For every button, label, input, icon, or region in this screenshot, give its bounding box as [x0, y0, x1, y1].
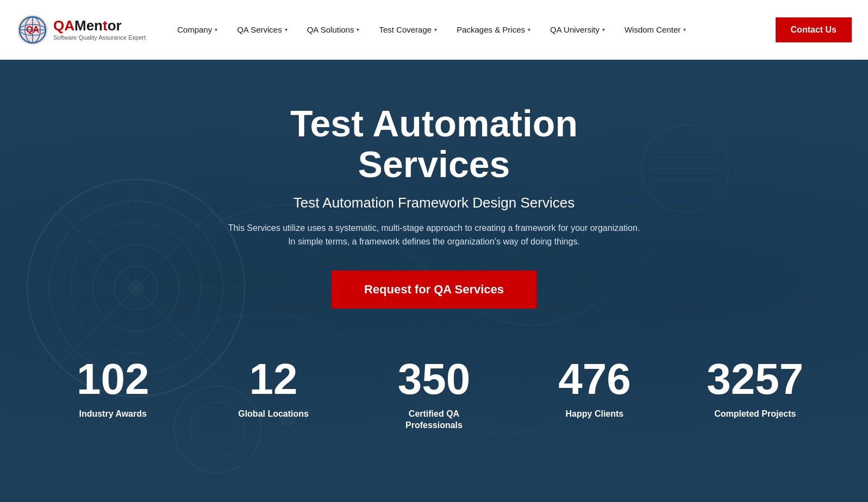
logo-qa: QA [53, 17, 74, 34]
nav-qa-services[interactable]: QA Services ▾ [227, 0, 297, 60]
nav-wisdom-center[interactable]: Wisdom Center ▾ [615, 0, 696, 60]
hero-subtitle: Test Automation Framework Design Service… [211, 194, 657, 211]
site-header: QA QAMentor Software Quality Assurance E… [0, 0, 868, 60]
request-qa-services-button[interactable]: Request for QA Services [332, 271, 536, 309]
chevron-down-icon: ▾ [285, 27, 288, 33]
chevron-down-icon: ▾ [528, 27, 530, 33]
stat-industry-awards: 102 Industry Awards [33, 357, 193, 420]
chevron-down-icon: ▾ [357, 27, 359, 33]
hero-section: Test Automation Services Test Automation… [0, 60, 868, 502]
chevron-down-icon: ▾ [215, 27, 217, 33]
chevron-down-icon: ▾ [602, 27, 605, 33]
chevron-down-icon: ▾ [683, 27, 686, 33]
logo-tor: t [103, 17, 108, 34]
main-nav: Company ▾ QA Services ▾ QA Solutions ▾ T… [167, 0, 776, 60]
logo-text: QAMentor Software Quality Assurance Expe… [53, 18, 146, 41]
stat-label-global-locations: Global Locations [204, 409, 342, 420]
stats-section: 102 Industry Awards 12 Global Locations … [0, 357, 868, 431]
stat-number-certified-qa: 350 [365, 357, 503, 401]
nav-qa-solutions[interactable]: QA Solutions ▾ [297, 0, 370, 60]
stat-label-industry-awards: Industry Awards [43, 409, 182, 420]
nav-test-coverage[interactable]: Test Coverage ▾ [369, 0, 447, 60]
stat-completed-projects: 3257 Completed Projects [675, 357, 835, 420]
stat-number-global-locations: 12 [204, 357, 342, 401]
stat-number-industry-awards: 102 [43, 357, 182, 401]
contact-us-button[interactable]: Contact Us [776, 17, 852, 42]
stat-certified-qa: 350 Certified QAProfessionals [354, 357, 514, 431]
stat-number-happy-clients: 476 [525, 357, 664, 401]
logo-icon: QA [16, 14, 49, 46]
logo-men: Men [74, 17, 103, 34]
nav-packages-prices[interactable]: Packages & Prices ▾ [447, 0, 540, 60]
chevron-down-icon: ▾ [434, 27, 437, 33]
logo-tagline: Software Quality Assurance Expert [53, 34, 146, 41]
logo[interactable]: QA QAMentor Software Quality Assurance E… [16, 14, 146, 46]
stat-happy-clients: 476 Happy Clients [514, 357, 675, 420]
nav-company[interactable]: Company ▾ [167, 0, 227, 60]
stat-number-completed-projects: 3257 [686, 357, 825, 401]
hero-description: This Services utilize uses a systematic,… [211, 221, 657, 249]
stat-label-happy-clients: Happy Clients [525, 409, 664, 420]
svg-text:QA: QA [26, 25, 39, 34]
stat-global-locations: 12 Global Locations [193, 357, 353, 420]
hero-content: Test Automation Services Test Automation… [190, 103, 679, 347]
hero-title: Test Automation Services [211, 103, 657, 185]
nav-qa-university[interactable]: QA University ▾ [540, 0, 615, 60]
logo-or: or [108, 17, 122, 34]
stat-label-certified-qa: Certified QAProfessionals [365, 409, 503, 431]
stat-label-completed-projects: Completed Projects [686, 409, 825, 420]
